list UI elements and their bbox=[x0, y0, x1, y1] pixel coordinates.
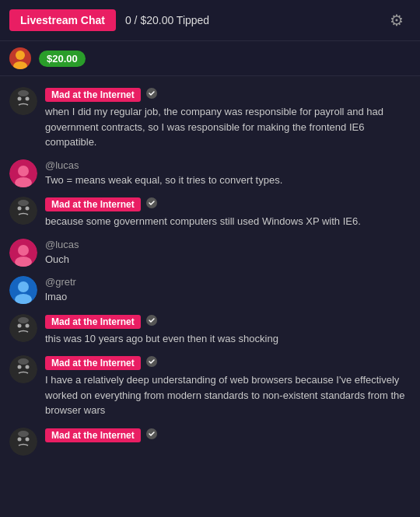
svg-point-19 bbox=[18, 281, 29, 292]
livestream-chat-button[interactable]: Livestream Chat bbox=[9, 9, 116, 31]
username-row: @gretr bbox=[45, 276, 411, 288]
avatar bbox=[9, 428, 37, 456]
avatar bbox=[9, 314, 37, 342]
svg-point-12 bbox=[26, 207, 30, 211]
svg-point-34 bbox=[18, 431, 29, 437]
chat-message: @lucasOuch bbox=[0, 234, 420, 272]
svg-point-33 bbox=[26, 437, 30, 441]
message-text: Ouch bbox=[45, 252, 411, 267]
svg-point-29 bbox=[18, 358, 29, 365]
svg-point-1 bbox=[13, 61, 27, 69]
messages-container: Mad at the Internet when I did my regula… bbox=[0, 82, 420, 460]
svg-point-8 bbox=[18, 166, 29, 176]
verified-icon bbox=[145, 197, 158, 209]
message-content: @lucasTwo = means weak equal, so it trie… bbox=[45, 159, 411, 188]
tipper-avatar bbox=[9, 47, 31, 69]
verified-icon bbox=[145, 355, 158, 368]
message-text: this was 10 years ago but even then it w… bbox=[45, 331, 411, 347]
username-badge: Mad at the Internet bbox=[45, 356, 141, 370]
avatar bbox=[9, 197, 37, 225]
message-text: Two = means weak equal, so it tries to c… bbox=[45, 173, 411, 188]
username-row: @lucas bbox=[45, 239, 411, 250]
tip-amount-badge: $20.00 bbox=[39, 51, 86, 67]
svg-point-24 bbox=[18, 317, 29, 323]
avatar bbox=[9, 239, 37, 267]
verified-icon bbox=[145, 314, 158, 327]
chat-message: Mad at the Internet when I did my regula… bbox=[0, 82, 420, 155]
verified-icon bbox=[145, 428, 158, 440]
verified-icon-wrapper bbox=[145, 314, 158, 330]
username-row: Mad at the Internet bbox=[45, 87, 411, 103]
svg-point-28 bbox=[26, 365, 30, 369]
verified-icon-wrapper bbox=[145, 428, 158, 443]
username-badge: Mad at the Internet bbox=[45, 197, 141, 211]
avatar-image bbox=[9, 47, 31, 69]
svg-point-22 bbox=[18, 323, 22, 327]
username-badge: Mad at the Internet bbox=[45, 315, 141, 329]
message-content: Mad at the Internet when I did my regula… bbox=[45, 87, 411, 150]
svg-point-11 bbox=[18, 207, 22, 211]
username-row: @lucas bbox=[45, 159, 411, 171]
svg-point-3 bbox=[18, 97, 22, 101]
username-row: Mad at the Internet bbox=[45, 428, 411, 443]
username-row: Mad at the Internet bbox=[45, 314, 411, 330]
chat-message: Mad at the Internet bbox=[0, 423, 420, 460]
username-badge: Mad at the Internet bbox=[45, 428, 141, 442]
svg-point-23 bbox=[26, 323, 30, 327]
svg-point-4 bbox=[26, 97, 30, 101]
chat-message: Mad at the Internet this was 10 years ag… bbox=[0, 309, 420, 351]
chat-message: @gretrlmao bbox=[0, 271, 420, 309]
chat-message: Mad at the Internet because some governm… bbox=[0, 192, 420, 234]
header-left: Livestream Chat 0 / $20.00 Tipped bbox=[9, 9, 209, 31]
username-row: Mad at the Internet bbox=[45, 197, 411, 212]
tip-row: $20.00 bbox=[0, 41, 420, 76]
svg-point-32 bbox=[18, 437, 22, 441]
message-text: because some government computers still … bbox=[45, 214, 411, 229]
message-content: Mad at the Internet I have a relatively … bbox=[45, 355, 411, 418]
avatar bbox=[9, 87, 37, 115]
username-plain: @lucas bbox=[45, 159, 79, 171]
message-text: I have a relatively deep understanding o… bbox=[45, 372, 411, 418]
message-content: Mad at the Internet bbox=[45, 428, 411, 445]
svg-point-5 bbox=[18, 90, 29, 96]
svg-point-16 bbox=[18, 245, 29, 256]
avatar bbox=[9, 355, 37, 383]
message-content: @gretrlmao bbox=[45, 276, 411, 305]
avatar bbox=[9, 276, 37, 304]
username-row: Mad at the Internet bbox=[45, 355, 411, 371]
gear-icon: ⚙ bbox=[390, 11, 404, 30]
chat-message: Mad at the Internet I have a relatively … bbox=[0, 351, 420, 423]
message-content: Mad at the Internet this was 10 years ag… bbox=[45, 314, 411, 347]
avatar bbox=[9, 159, 37, 187]
username-plain: @gretr bbox=[45, 276, 76, 288]
svg-point-27 bbox=[18, 365, 22, 369]
verified-icon-wrapper bbox=[145, 355, 158, 371]
settings-button[interactable]: ⚙ bbox=[383, 6, 411, 34]
verified-icon-wrapper bbox=[145, 87, 158, 103]
svg-point-13 bbox=[18, 200, 29, 206]
username-badge: Mad at the Internet bbox=[45, 88, 141, 102]
chat-area[interactable]: Mad at the Internet when I did my regula… bbox=[0, 76, 420, 515]
svg-point-0 bbox=[16, 51, 25, 60]
verified-icon bbox=[145, 87, 158, 100]
app-container: Livestream Chat 0 / $20.00 Tipped ⚙ $20.… bbox=[0, 0, 420, 517]
message-text: when I did my regular job, the company w… bbox=[45, 104, 411, 150]
tipped-display: 0 / $20.00 Tipped bbox=[125, 14, 209, 26]
message-content: Mad at the Internet because some governm… bbox=[45, 197, 411, 229]
username-plain: @lucas bbox=[45, 239, 79, 250]
header: Livestream Chat 0 / $20.00 Tipped ⚙ bbox=[0, 0, 420, 41]
message-text: lmao bbox=[45, 289, 411, 305]
message-content: @lucasOuch bbox=[45, 239, 411, 267]
chat-message: @lucasTwo = means weak equal, so it trie… bbox=[0, 155, 420, 193]
verified-icon-wrapper bbox=[145, 197, 158, 212]
